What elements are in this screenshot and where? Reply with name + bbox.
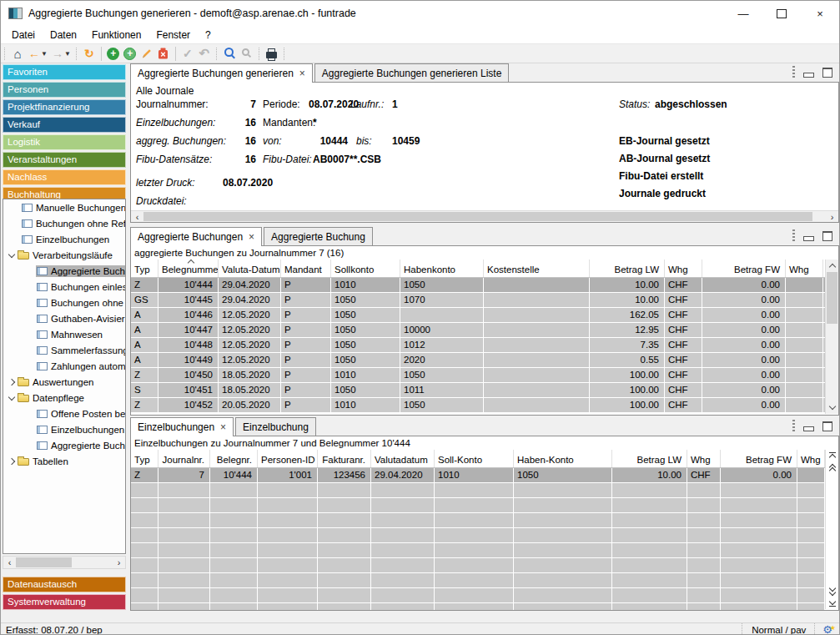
panel-minimize-icon[interactable]	[803, 236, 814, 241]
tab-close-icon[interactable]: ×	[299, 65, 305, 82]
column-header[interactable]: Haben-Konto	[514, 450, 612, 467]
tab-einzelbuchungen[interactable]: Einzelbuchungen ×	[130, 417, 234, 436]
go-last-record-icon[interactable]	[826, 597, 838, 609]
scroll-left-icon[interactable]: ‹	[131, 211, 143, 223]
table-row[interactable]: Z10'45220.05.2020P10101050100.00CHF0.00	[131, 398, 825, 413]
tree-item[interactable]: Verarbeitungsläufe	[3, 247, 125, 263]
tree-item[interactable]: Buchungen ohne Referenz	[3, 215, 125, 231]
sidebar-category[interactable]: Nachlass	[3, 169, 126, 185]
search-icon[interactable]	[222, 45, 238, 62]
undo-icon[interactable]: ↶	[197, 45, 212, 62]
tab-close-icon[interactable]: ×	[249, 229, 254, 245]
tree-item[interactable]: Mahnwesen	[3, 326, 125, 342]
maximize-button[interactable]	[762, 1, 801, 26]
add-icon[interactable]: +	[106, 45, 121, 62]
scroll-up-icon[interactable]	[826, 260, 838, 272]
panel-maximize-icon[interactable]	[822, 231, 832, 241]
tree-item[interactable]: Buchungen ohne Ref.	[3, 295, 125, 310]
tree-item[interactable]: Einzelbuchungen bearbeiten	[3, 421, 125, 437]
tree-item[interactable]: Aggregierte Buchungen	[3, 263, 125, 279]
sidebar-horizontal-scrollbar[interactable]: ‹ ›	[3, 556, 126, 569]
menu-item[interactable]: Daten	[43, 28, 84, 43]
delete-trash-icon[interactable]	[156, 45, 171, 62]
tree-item[interactable]: Einzelbuchungen	[3, 231, 125, 247]
tree-item[interactable]: Auswertungen	[3, 374, 125, 390]
scroll-left-icon[interactable]: ‹	[3, 557, 16, 568]
tab-aggregierte-buchungen[interactable]: Aggregierte Buchungen ×	[130, 227, 262, 246]
tab-close-icon[interactable]: ×	[220, 419, 226, 436]
page-down-icon[interactable]	[826, 584, 838, 597]
column-header[interactable]: Belegnr.	[210, 450, 258, 467]
settings-gear-icon[interactable]: ⚙★	[822, 624, 832, 635]
scroll-right-icon[interactable]: ›	[113, 557, 125, 568]
scrollbar-track[interactable]	[143, 211, 826, 222]
sidebar-category[interactable]: Datenaustausch	[3, 577, 126, 592]
table-row[interactable]: A10'44612.05.2020P1050162.05CHF0.00	[131, 308, 825, 323]
search-small-icon[interactable]	[239, 45, 254, 62]
column-header[interactable]: Typ	[131, 260, 158, 277]
column-header[interactable]: Mandant	[281, 260, 331, 277]
horizontal-scrollbar[interactable]: ‹ ›	[131, 210, 838, 222]
column-header[interactable]: Whg	[687, 450, 721, 467]
scrollbar-track[interactable]	[826, 272, 838, 401]
scrollbar-thumb[interactable]	[143, 212, 812, 221]
home-icon[interactable]: ⌂	[10, 45, 25, 62]
back-icon[interactable]: ←	[27, 45, 42, 62]
add-alt-icon[interactable]: +	[123, 45, 138, 62]
drag-handle-icon[interactable]	[792, 420, 795, 432]
column-header[interactable]: Fakturanr.	[318, 450, 371, 467]
table-row[interactable]: Z10'45018.05.2020P10101050100.00CHF0.00	[131, 368, 825, 383]
scroll-down-icon[interactable]	[826, 401, 838, 414]
sidebar-category[interactable]: Veranstaltungen	[3, 152, 126, 168]
column-header[interactable]: Whg	[786, 260, 823, 277]
column-header[interactable]: Soll-Konto	[435, 450, 514, 467]
tree-item[interactable]: Sammelerfassung Sp.	[3, 342, 125, 358]
column-header[interactable]: Whg	[665, 260, 702, 277]
menu-item[interactable]: Datei	[4, 28, 43, 43]
column-header[interactable]: Betrag LW	[590, 260, 665, 277]
forward-dropdown-icon[interactable]: ▼	[64, 50, 71, 58]
column-header[interactable]: Kostenstelle	[484, 260, 590, 277]
edit-pencil-icon[interactable]	[139, 45, 154, 62]
panel-maximize-icon[interactable]	[822, 421, 832, 431]
drag-handle-icon[interactable]	[792, 229, 795, 242]
table-row[interactable]: GS10'44529.04.2020P1050107010.00CHF0.00	[131, 293, 825, 308]
table-row[interactable]: Z710'4441'00112345629.04.20201010105010.…	[131, 468, 825, 483]
column-header[interactable]: Valutadatum	[371, 450, 435, 467]
column-header[interactable]: Journalnr.	[158, 450, 210, 467]
column-header[interactable]: Belegnummer	[158, 260, 219, 277]
close-button[interactable]: ×	[801, 1, 839, 26]
tab-aggregierte-buchungen-generieren[interactable]: Aggregierte Buchungen generieren ×	[130, 63, 313, 83]
tab-aggregierte-buchung[interactable]: Aggregierte Buchung	[264, 227, 373, 245]
column-header[interactable]: Habenkonto	[400, 260, 484, 277]
panel-maximize-icon[interactable]	[822, 68, 832, 78]
tree-item[interactable]: Zahlungen automatisch	[3, 358, 125, 374]
collapse-icon[interactable]	[7, 254, 17, 257]
collapse-icon[interactable]	[7, 396, 17, 400]
vertical-scrollbar[interactable]	[825, 260, 838, 414]
sidebar-category[interactable]: Favoriten	[3, 64, 126, 80]
table-row[interactable]: Z10'44429.04.2020P1010105010.00CHF0.00	[131, 278, 825, 293]
page-up-icon[interactable]	[826, 462, 838, 475]
expand-icon[interactable]	[7, 380, 17, 385]
print-icon[interactable]	[264, 45, 279, 62]
scrollbar-track[interactable]	[16, 557, 113, 568]
panel-minimize-icon[interactable]	[803, 73, 814, 78]
column-header[interactable]: Betrag FW	[702, 260, 786, 277]
sidebar-category[interactable]: Verkauf	[3, 117, 126, 133]
scrollbar-thumb[interactable]	[827, 272, 837, 324]
table-row[interactable]: S10'45118.05.2020P10501011100.00CHF0.00	[131, 383, 825, 398]
tree-item[interactable]: Offene Posten bereinigen	[3, 406, 125, 421]
tree-item[interactable]: Buchungen einlesen	[3, 279, 125, 295]
minimize-button[interactable]: —	[724, 1, 762, 26]
column-header[interactable]: Betrag LW	[612, 450, 687, 467]
tree-item[interactable]: Guthaben-Avisierung	[3, 310, 125, 326]
table-row[interactable]: A10'44912.05.2020P105020200.55CHF0.00	[131, 353, 825, 368]
tree-item[interactable]: Datenpflege	[3, 390, 125, 406]
sidebar-category[interactable]: Personen	[3, 82, 126, 98]
panel-minimize-icon[interactable]	[803, 426, 814, 431]
scrollbar-thumb[interactable]	[16, 557, 72, 567]
tree-item[interactable]: Manuelle Buchungen	[3, 199, 125, 215]
confirm-check-icon[interactable]: ✓	[180, 45, 195, 62]
column-header[interactable]: Personen-ID	[258, 450, 318, 467]
